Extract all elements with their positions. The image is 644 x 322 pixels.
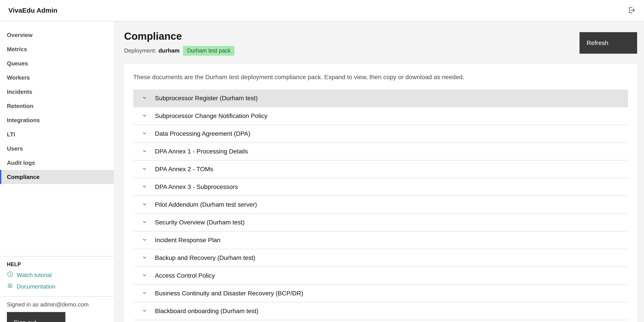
sidebar-item-incidents[interactable]: Incidents bbox=[0, 85, 114, 99]
document-title: DPA Annex 2 - TOMs bbox=[155, 166, 213, 173]
chevron-down-icon bbox=[142, 255, 147, 261]
document-title: Backup and Recovery (Durham test) bbox=[155, 254, 255, 261]
logout-button[interactable] bbox=[625, 4, 637, 17]
document-title: Incident Response Plan bbox=[155, 237, 220, 244]
topbar: VivaEdu Admin bbox=[0, 0, 644, 21]
sidebar-item-label: Retention bbox=[7, 103, 34, 110]
sidebar-item-label: Workers bbox=[7, 74, 30, 81]
accordion-row-security-overview-durham-test[interactable]: Security Overview (Durham test) bbox=[133, 214, 628, 231]
help-heading: HELP bbox=[7, 261, 107, 267]
chevron-down-icon bbox=[142, 290, 147, 297]
chevron-down-icon bbox=[142, 130, 147, 137]
sidebar-item-label: Queues bbox=[7, 60, 28, 67]
sidebar-item-retention[interactable]: Retention bbox=[0, 99, 114, 113]
deployment-label: Deployment: bbox=[124, 47, 156, 54]
main-content: Compliance Deployment: durham Durham tes… bbox=[114, 21, 644, 322]
sidebar-item-queues[interactable]: Queues bbox=[0, 56, 114, 71]
document-title: Business Continuity and Disaster Recover… bbox=[155, 290, 303, 297]
log-out-icon bbox=[626, 6, 636, 16]
accordion-row-subprocessor-change-notification-policy[interactable]: Subprocessor Change Notification Policy bbox=[133, 107, 628, 125]
chevron-down-icon bbox=[142, 272, 147, 279]
sidebar-item-label: LTI bbox=[7, 131, 15, 138]
accordion-row-business-continuity-and-disaster-recovery-bcp-dr[interactable]: Business Continuity and Disaster Recover… bbox=[133, 285, 628, 302]
document-title: Blackboard onboarding (Durham test) bbox=[155, 307, 258, 315]
sidebar-item-label: Users bbox=[7, 145, 23, 152]
sidebar-item-lti[interactable]: LTI bbox=[0, 127, 114, 142]
accordion-row-access-control-policy[interactable]: Access Control Policy bbox=[133, 267, 628, 285]
sidebar-item-compliance[interactable]: Compliance bbox=[0, 170, 114, 184]
accordion-row-dpa-annex-1-processing-details[interactable]: DPA Annex 1 - Processing Details bbox=[133, 143, 628, 161]
accordion-row-dpa-annex-2-toms[interactable]: DPA Annex 2 - TOMs bbox=[133, 161, 628, 178]
card-description: These documents are the Durham test depl… bbox=[133, 73, 628, 81]
sidebar-item-label: Compliance bbox=[7, 174, 40, 181]
chevron-down-icon bbox=[142, 95, 147, 102]
sidebar-bottom: HELP Watch tutorial bbox=[0, 256, 114, 322]
info-icon bbox=[7, 271, 13, 279]
account-section: Signed in as admin@demo.com Sign out bbox=[0, 297, 114, 322]
chevron-down-icon bbox=[142, 184, 147, 190]
document-title: Security Overview (Durham test) bbox=[155, 219, 245, 226]
document-title: Access Control Policy bbox=[155, 272, 215, 279]
compliance-card: These documents are the Durham test depl… bbox=[124, 64, 637, 322]
page-title: Compliance bbox=[124, 30, 644, 42]
help-link-watch-tutorial[interactable]: Watch tutorial bbox=[7, 271, 107, 279]
deployment-badge: Durham test pack bbox=[183, 46, 234, 56]
refresh-button[interactable]: Refresh bbox=[580, 32, 637, 54]
sidebar-item-workers[interactable]: Workers bbox=[0, 71, 114, 85]
help-link-documentation[interactable]: Documentation bbox=[7, 282, 107, 290]
document-icon bbox=[7, 282, 13, 290]
sidebar-item-metrics[interactable]: Metrics bbox=[0, 42, 114, 56]
chevron-down-icon bbox=[142, 148, 147, 155]
sidebar-item-label: Metrics bbox=[7, 46, 27, 53]
sidebar-item-users[interactable]: Users bbox=[0, 142, 114, 156]
sidebar-item-label: Audit logs bbox=[7, 159, 35, 166]
deployment-name: durham bbox=[158, 47, 180, 54]
document-title: DPA Annex 1 - Processing Details bbox=[155, 148, 248, 155]
document-title: Subprocessor Register (Durham test) bbox=[155, 95, 258, 102]
accordion-row-data-processing-agreement-dpa[interactable]: Data Processing Agreement (DPA) bbox=[133, 125, 628, 143]
document-title: DPA Annex 3 - Subprocessors bbox=[155, 183, 238, 190]
accordion-row-pilot-addendum-durham-test-server[interactable]: Pilot Addendum (Durham test server) bbox=[133, 196, 628, 214]
accordion-row-backup-and-recovery-durham-test[interactable]: Backup and Recovery (Durham test) bbox=[133, 249, 628, 267]
sidebar-item-audit-logs[interactable]: Audit logs bbox=[0, 156, 114, 170]
sidebar-item-label: Overview bbox=[7, 32, 32, 39]
sidebar-item-overview[interactable]: Overview bbox=[0, 28, 114, 42]
accordion-row-subprocessor-register-durham-test[interactable]: Subprocessor Register (Durham test) bbox=[133, 90, 628, 107]
accordion-row-incident-response-plan[interactable]: Incident Response Plan bbox=[133, 231, 628, 249]
chevron-down-icon bbox=[142, 113, 147, 119]
sidebar-item-integrations[interactable]: Integrations bbox=[0, 113, 114, 127]
document-title: Pilot Addendum (Durham test server) bbox=[155, 201, 257, 208]
sidebar: OverviewMetricsQueuesWorkersIncidentsRet… bbox=[0, 21, 114, 322]
document-title: Data Processing Agreement (DPA) bbox=[155, 130, 250, 137]
document-accordion: Subprocessor Register (Durham test)Subpr… bbox=[133, 90, 628, 320]
sidebar-nav: OverviewMetricsQueuesWorkersIncidentsRet… bbox=[0, 21, 114, 184]
help-link-label: Documentation bbox=[16, 283, 56, 290]
chevron-down-icon bbox=[142, 237, 147, 243]
chevron-down-icon bbox=[142, 219, 147, 226]
sign-out-button[interactable]: Sign out bbox=[7, 312, 66, 322]
app-title: VivaEdu Admin bbox=[7, 7, 58, 14]
deployment-line: Deployment: durham Durham test pack bbox=[124, 46, 644, 56]
chevron-down-icon bbox=[142, 308, 147, 314]
sidebar-item-label: Integrations bbox=[7, 117, 40, 124]
help-link-label: Watch tutorial bbox=[16, 272, 52, 278]
signed-in-text: Signed in as admin@demo.com bbox=[7, 301, 107, 308]
chevron-down-icon bbox=[142, 166, 147, 173]
sidebar-item-label: Incidents bbox=[7, 89, 32, 95]
accordion-row-blackboard-onboarding-durham-test[interactable]: Blackboard onboarding (Durham test) bbox=[133, 302, 628, 320]
document-title: Subprocessor Change Notification Policy bbox=[155, 112, 267, 120]
accordion-row-dpa-annex-3-subprocessors[interactable]: DPA Annex 3 - Subprocessors bbox=[133, 178, 628, 196]
chevron-down-icon bbox=[142, 201, 147, 208]
help-section: HELP Watch tutorial bbox=[0, 256, 114, 297]
